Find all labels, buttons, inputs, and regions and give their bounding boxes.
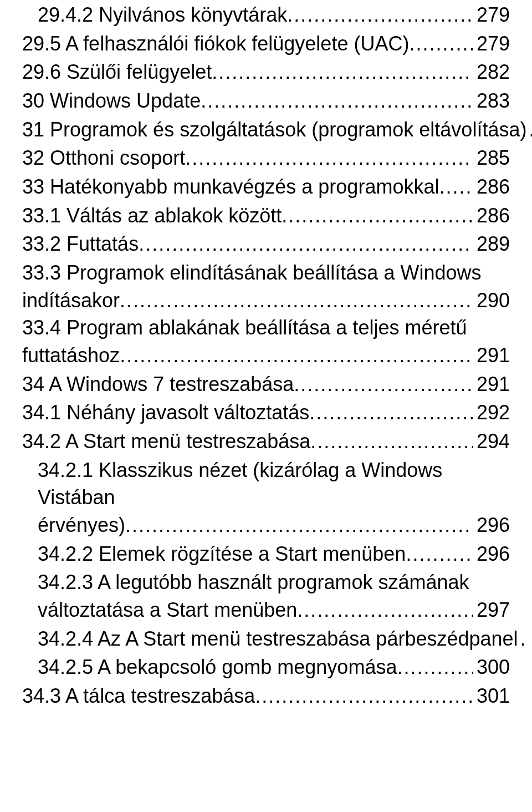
- toc-text: 33 Hatékonyabb munkavégzés a programokka…: [22, 173, 439, 201]
- toc-text: 34.2 A Start menü testreszabása: [22, 428, 310, 455]
- toc-text: 29.6 Szülői felügyelet: [22, 58, 212, 86]
- toc-leader-dots: [439, 173, 473, 201]
- toc-text: indításakor: [22, 287, 120, 314]
- toc-text: 34.2.4 Az A Start menü testreszabása pár…: [38, 625, 518, 653]
- toc-leader-dots: [282, 202, 473, 230]
- toc-page-number: 285: [473, 144, 510, 172]
- toc-leader-dots: [139, 230, 473, 258]
- toc-page-number: 296: [473, 540, 510, 568]
- toc-leader-dots: [212, 58, 473, 86]
- toc-leader-dots: [201, 87, 473, 115]
- toc-entry: 34.3 A tálca testreszabása301: [22, 682, 510, 710]
- toc-entry: 29.5 A felhasználói fiókok felügyelete (…: [22, 30, 510, 58]
- toc-entry: 33.3 Programok elindításának beállítása …: [22, 259, 510, 314]
- toc-page-number: 286: [473, 173, 510, 201]
- toc-separator: .: [518, 625, 528, 653]
- toc-entry: 34.2.5 A bekapcsoló gomb megnyomása300: [22, 653, 510, 681]
- toc-entry: 29.4.2 Nyilvános könyvtárak279: [22, 1, 510, 29]
- toc-leader-dots: [397, 653, 473, 681]
- toc-entry: 32 Otthoni csoport285: [22, 144, 510, 172]
- toc-page-number: 296: [473, 511, 510, 539]
- toc-page-number: 292: [473, 399, 510, 427]
- toc-text: 34.2.1 Klasszikus nézet (kizárólag a Win…: [38, 456, 510, 511]
- toc-entry: 34 A Windows 7 testreszabása291: [22, 371, 510, 398]
- toc-page-number: 298: [528, 625, 532, 653]
- toc-page-number: 290: [473, 287, 510, 314]
- toc-text: 34.3 A tálca testreszabása: [22, 682, 255, 710]
- toc-text: 34.1 Néhány javasolt változtatás: [22, 399, 309, 427]
- toc-text: 33.3 Programok elindításának beállítása …: [22, 259, 510, 287]
- toc-entry: 34.1 Néhány javasolt változtatás292: [22, 399, 510, 427]
- toc-page-number: 294: [473, 428, 510, 455]
- toc-leader-dots: [297, 596, 473, 624]
- toc-text: futtatáshoz: [22, 342, 120, 369]
- toc-text: 31 Programok és szolgáltatások (programo…: [22, 116, 526, 144]
- toc-page-number: 286: [473, 202, 510, 230]
- toc-text: 34 A Windows 7 testreszabása: [22, 371, 294, 398]
- toc-leader-dots: [287, 1, 473, 29]
- toc-page-number: 291: [473, 342, 510, 369]
- toc-text: 32 Otthoni csoport: [22, 144, 185, 172]
- toc-text: 29.4.2 Nyilvános könyvtárak: [38, 1, 287, 29]
- toc-entry: 34.2.3 A legutóbb használt programok szá…: [22, 569, 510, 623]
- toc-leader-dots: [310, 428, 473, 455]
- toc-leader-dots: [409, 30, 473, 58]
- toc-entry: 29.6 Szülői felügyelet282: [22, 58, 510, 86]
- toc-text: 34.2.3 A legutóbb használt programok szá…: [38, 569, 510, 596]
- toc-text: 33.1 Váltás az ablakok között: [22, 202, 282, 230]
- toc-text: érvényes): [38, 511, 125, 539]
- toc-page-number: 300: [473, 653, 510, 681]
- toc-text: változtatása a Start menüben: [38, 596, 297, 624]
- toc-text: 34.2.2 Elemek rögzítése a Start menüben: [38, 540, 406, 568]
- toc-leader-dots: [309, 399, 473, 427]
- toc-page-number: 283: [473, 87, 510, 115]
- toc-leader-dots: [120, 342, 473, 369]
- toc-page-number: 297: [473, 596, 510, 624]
- toc-page-number: 279: [473, 30, 510, 58]
- toc-leader-dots: [294, 371, 473, 398]
- toc-leader-dots: [185, 144, 473, 172]
- toc-leader-dots: [255, 682, 473, 710]
- toc-entry: 31 Programok és szolgáltatások (programo…: [22, 116, 510, 144]
- toc-entry: 33.2 Futtatás289: [22, 230, 510, 258]
- toc-entry: 33.4 Program ablakának beállítása a telj…: [22, 314, 510, 369]
- toc-text: 33.4 Program ablakának beállítása a telj…: [22, 314, 510, 342]
- toc-text: 33.2 Futtatás: [22, 230, 139, 258]
- toc-leader-dots: [120, 287, 473, 314]
- toc-entry: 33 Hatékonyabb munkavégzés a programokka…: [22, 173, 510, 201]
- toc-page-number: 289: [473, 230, 510, 258]
- toc-separator: .: [526, 116, 532, 144]
- toc-text: 30 Windows Update: [22, 87, 201, 115]
- table-of-contents: 29.4.2 Nyilvános könyvtárak27929.5 A fel…: [0, 1, 532, 722]
- toc-text: 34.2.5 A bekapcsoló gomb megnyomása: [38, 653, 397, 681]
- toc-page-number: 301: [473, 682, 510, 710]
- toc-entry: 34.2 A Start menü testreszabása294: [22, 428, 510, 455]
- toc-leader-dots: [406, 540, 473, 568]
- toc-entry: 30 Windows Update283: [22, 87, 510, 115]
- toc-text: 29.5 A felhasználói fiókok felügyelete (…: [22, 30, 409, 58]
- toc-page-number: 279: [473, 1, 510, 29]
- toc-page-number: 282: [473, 58, 510, 86]
- toc-leader-dots: [125, 511, 473, 539]
- toc-entry: 33.1 Váltás az ablakok között286: [22, 202, 510, 230]
- toc-entry: 34.2.2 Elemek rögzítése a Start menüben2…: [22, 540, 510, 568]
- toc-entry: 34.2.1 Klasszikus nézet (kizárólag a Win…: [22, 456, 510, 539]
- toc-entry: 34.2.4 Az A Start menü testreszabása pár…: [22, 625, 510, 653]
- toc-page-number: 291: [473, 371, 510, 398]
